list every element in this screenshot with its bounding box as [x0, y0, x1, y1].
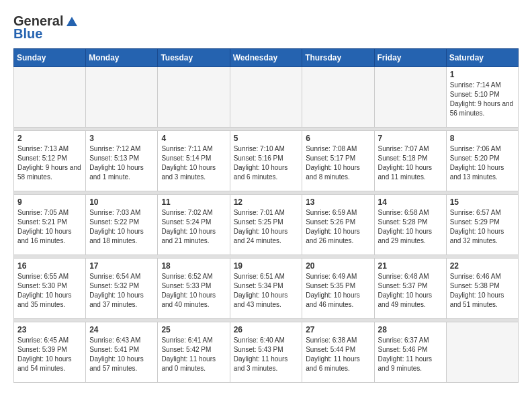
day-number: 16 — [17, 261, 82, 271]
calendar-cell — [14, 67, 86, 128]
calendar-cell: 23Sunrise: 6:45 AMSunset: 5:39 PMDayligh… — [14, 322, 86, 383]
weekday-header-thursday: Thursday — [302, 49, 374, 67]
day-number: 4 — [161, 134, 226, 143]
weekday-header-saturday: Saturday — [446, 49, 518, 67]
day-info: Sunrise: 6:52 AMSunset: 5:33 PMDaylight:… — [161, 272, 226, 310]
calendar-cell: 16Sunrise: 6:55 AMSunset: 5:30 PMDayligh… — [14, 259, 86, 319]
weekday-header-monday: Monday — [86, 49, 158, 67]
calendar-cell: 25Sunrise: 6:41 AMSunset: 5:42 PMDayligh… — [158, 322, 230, 383]
logo-icon — [66, 17, 77, 26]
day-number: 13 — [306, 197, 370, 207]
weekday-header-row: SundayMondayTuesdayWednesdayThursdayFrid… — [14, 49, 519, 67]
logo-blue: Blue — [13, 26, 42, 42]
page-header: General Blue — [13, 13, 519, 42]
day-info: Sunrise: 6:51 AMSunset: 5:34 PMDaylight:… — [234, 272, 299, 310]
logo: General Blue — [13, 13, 77, 42]
calendar-cell: 6Sunrise: 7:08 AMSunset: 5:17 PMDaylight… — [302, 131, 374, 191]
calendar-cell: 8Sunrise: 7:06 AMSunset: 5:20 PMDaylight… — [446, 131, 518, 191]
day-info: Sunrise: 6:55 AMSunset: 5:30 PMDaylight:… — [17, 272, 82, 310]
day-info: Sunrise: 6:57 AMSunset: 5:29 PMDaylight:… — [450, 208, 515, 246]
day-number: 26 — [234, 325, 299, 334]
calendar-cell: 18Sunrise: 6:52 AMSunset: 5:33 PMDayligh… — [158, 259, 230, 319]
calendar-cell: 7Sunrise: 7:07 AMSunset: 5:18 PMDaylight… — [374, 131, 446, 191]
day-number: 20 — [306, 261, 370, 271]
calendar-cell — [374, 67, 446, 128]
calendar-cell: 20Sunrise: 6:49 AMSunset: 5:35 PMDayligh… — [302, 259, 374, 319]
day-number: 22 — [450, 261, 515, 271]
day-number: 5 — [234, 134, 299, 143]
day-info: Sunrise: 6:49 AMSunset: 5:35 PMDaylight:… — [306, 272, 370, 310]
week-row-4: 16Sunrise: 6:55 AMSunset: 5:30 PMDayligh… — [14, 259, 519, 319]
day-number: 11 — [161, 197, 226, 207]
calendar: SundayMondayTuesdayWednesdayThursdayFrid… — [13, 48, 519, 383]
weekday-header-tuesday: Tuesday — [158, 49, 230, 67]
day-info: Sunrise: 7:01 AMSunset: 5:25 PMDaylight:… — [234, 208, 299, 246]
week-row-1: 1Sunrise: 7:14 AMSunset: 5:10 PMDaylight… — [14, 67, 519, 128]
calendar-cell: 13Sunrise: 6:59 AMSunset: 5:26 PMDayligh… — [302, 195, 374, 255]
day-number: 3 — [89, 134, 154, 143]
day-info: Sunrise: 6:40 AMSunset: 5:43 PMDaylight:… — [234, 336, 299, 373]
day-info: Sunrise: 7:12 AMSunset: 5:13 PMDaylight:… — [89, 144, 154, 182]
day-number: 28 — [378, 325, 443, 334]
calendar-cell: 5Sunrise: 7:10 AMSunset: 5:16 PMDaylight… — [230, 131, 302, 191]
day-number: 10 — [89, 197, 154, 207]
day-info: Sunrise: 7:06 AMSunset: 5:20 PMDaylight:… — [450, 144, 515, 182]
day-number: 9 — [17, 197, 82, 207]
day-info: Sunrise: 6:43 AMSunset: 5:41 PMDaylight:… — [89, 336, 154, 373]
calendar-cell — [446, 322, 518, 383]
calendar-cell: 11Sunrise: 7:02 AMSunset: 5:24 PMDayligh… — [158, 195, 230, 255]
day-number: 1 — [450, 70, 515, 79]
calendar-cell: 2Sunrise: 7:13 AMSunset: 5:12 PMDaylight… — [14, 131, 86, 191]
day-info: Sunrise: 6:58 AMSunset: 5:28 PMDaylight:… — [378, 208, 443, 246]
day-info: Sunrise: 6:59 AMSunset: 5:26 PMDaylight:… — [306, 208, 370, 246]
day-number: 19 — [234, 261, 299, 271]
day-number: 12 — [234, 197, 299, 207]
weekday-header-friday: Friday — [374, 49, 446, 67]
calendar-cell: 12Sunrise: 7:01 AMSunset: 5:25 PMDayligh… — [230, 195, 302, 255]
day-info: Sunrise: 7:05 AMSunset: 5:21 PMDaylight:… — [17, 208, 82, 246]
calendar-cell: 10Sunrise: 7:03 AMSunset: 5:22 PMDayligh… — [86, 195, 158, 255]
day-number: 17 — [89, 261, 154, 271]
calendar-cell: 3Sunrise: 7:12 AMSunset: 5:13 PMDaylight… — [86, 131, 158, 191]
calendar-cell — [158, 67, 230, 128]
calendar-cell: 14Sunrise: 6:58 AMSunset: 5:28 PMDayligh… — [374, 195, 446, 255]
day-info: Sunrise: 6:48 AMSunset: 5:37 PMDaylight:… — [378, 272, 443, 310]
day-number: 23 — [17, 325, 82, 334]
calendar-cell: 21Sunrise: 6:48 AMSunset: 5:37 PMDayligh… — [374, 259, 446, 319]
calendar-cell: 19Sunrise: 6:51 AMSunset: 5:34 PMDayligh… — [230, 259, 302, 319]
calendar-cell — [302, 67, 374, 128]
week-row-3: 9Sunrise: 7:05 AMSunset: 5:21 PMDaylight… — [14, 195, 519, 255]
day-number: 27 — [306, 325, 370, 334]
day-number: 2 — [17, 134, 82, 143]
day-number: 7 — [378, 134, 443, 143]
calendar-cell: 1Sunrise: 7:14 AMSunset: 5:10 PMDaylight… — [446, 67, 518, 128]
day-number: 21 — [378, 261, 443, 271]
day-info: Sunrise: 6:37 AMSunset: 5:46 PMDaylight:… — [378, 336, 443, 373]
day-number: 14 — [378, 197, 443, 207]
day-info: Sunrise: 6:46 AMSunset: 5:38 PMDaylight:… — [450, 272, 515, 310]
calendar-cell: 9Sunrise: 7:05 AMSunset: 5:21 PMDaylight… — [14, 195, 86, 255]
weekday-header-sunday: Sunday — [14, 49, 86, 67]
day-info: Sunrise: 7:11 AMSunset: 5:14 PMDaylight:… — [161, 144, 226, 182]
day-number: 15 — [450, 197, 515, 207]
weekday-header-wednesday: Wednesday — [230, 49, 302, 67]
day-info: Sunrise: 7:07 AMSunset: 5:18 PMDaylight:… — [378, 144, 443, 182]
day-info: Sunrise: 6:38 AMSunset: 5:44 PMDaylight:… — [306, 336, 370, 373]
week-row-2: 2Sunrise: 7:13 AMSunset: 5:12 PMDaylight… — [14, 131, 519, 191]
day-info: Sunrise: 7:03 AMSunset: 5:22 PMDaylight:… — [89, 208, 154, 246]
day-info: Sunrise: 7:08 AMSunset: 5:17 PMDaylight:… — [306, 144, 370, 182]
day-number: 6 — [306, 134, 370, 143]
day-info: Sunrise: 7:02 AMSunset: 5:24 PMDaylight:… — [161, 208, 226, 246]
day-number: 25 — [161, 325, 226, 334]
day-info: Sunrise: 6:54 AMSunset: 5:32 PMDaylight:… — [89, 272, 154, 310]
day-number: 8 — [450, 134, 515, 143]
calendar-cell: 26Sunrise: 6:40 AMSunset: 5:43 PMDayligh… — [230, 322, 302, 383]
day-number: 18 — [161, 261, 226, 271]
calendar-cell: 15Sunrise: 6:57 AMSunset: 5:29 PMDayligh… — [446, 195, 518, 255]
day-number: 24 — [89, 325, 154, 334]
calendar-cell: 28Sunrise: 6:37 AMSunset: 5:46 PMDayligh… — [374, 322, 446, 383]
calendar-cell: 24Sunrise: 6:43 AMSunset: 5:41 PMDayligh… — [86, 322, 158, 383]
calendar-cell: 4Sunrise: 7:11 AMSunset: 5:14 PMDaylight… — [158, 131, 230, 191]
day-info: Sunrise: 7:10 AMSunset: 5:16 PMDaylight:… — [234, 144, 299, 182]
calendar-cell: 17Sunrise: 6:54 AMSunset: 5:32 PMDayligh… — [86, 259, 158, 319]
